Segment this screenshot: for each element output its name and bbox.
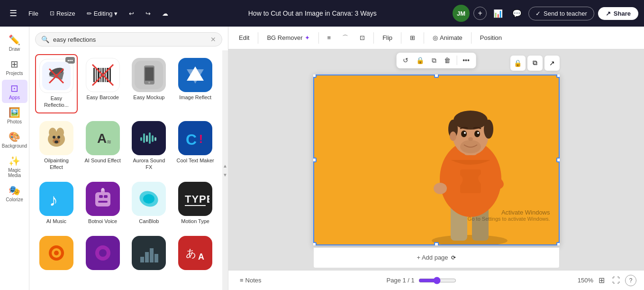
sidebar-item-projects[interactable]: ⊞ Projects — [2, 56, 27, 79]
svg-text:C: C — [186, 131, 197, 148]
handle-bottom-right[interactable] — [556, 242, 560, 245]
sidebar-item-apps[interactable]: ⊡ Apps — [2, 80, 27, 103]
sidebar-label-background: Background — [2, 143, 27, 149]
redo-button[interactable]: ↪ — [142, 8, 154, 19]
lines-button[interactable]: ≡ — [323, 32, 336, 43]
fullscreen-icon: ⛶ — [612, 276, 620, 284]
handle-bottom-left[interactable] — [313, 242, 317, 245]
canvas-expand-button[interactable]: ↗ — [544, 56, 560, 71]
app-item-canblob[interactable]: CanBlob — [128, 178, 171, 228]
app-icon-cool-text: C ! — [178, 121, 212, 155]
svg-text:♪: ♪ — [49, 190, 58, 210]
texture-button[interactable]: ⊞ — [405, 32, 420, 43]
corner-button[interactable]: ⌒ — [337, 32, 353, 44]
editing-button[interactable]: ✏ Editing ▾ — [83, 8, 122, 19]
handle-top-center[interactable] — [434, 75, 439, 78]
more-options-button[interactable]: ••• — [460, 55, 472, 66]
svg-rect-36 — [140, 137, 142, 141]
app-icon-oilpainting — [39, 121, 73, 155]
app-item-aurora-sound[interactable]: Aurora Sound FX — [128, 117, 171, 175]
app-item-easy-mockup[interactable]: Easy Mockup — [128, 54, 171, 113]
search-input[interactable] — [53, 36, 207, 43]
app-item-easy-barcode[interactable]: Easy Barcode — [82, 54, 124, 113]
add-page-icon: ⟳ — [451, 254, 456, 261]
handle-bottom-center[interactable] — [434, 242, 439, 245]
app-item-15[interactable] — [128, 232, 171, 276]
edit-label: Edit — [239, 34, 249, 41]
add-page-button[interactable]: + Add page ⟳ — [313, 247, 560, 268]
send-teacher-check-icon: ✓ — [535, 10, 541, 17]
grid-view-button[interactable]: ⊞ — [596, 274, 607, 286]
hamburger-button[interactable]: ☰ — [6, 6, 21, 20]
svg-text:A: A — [97, 131, 107, 146]
app-item-cool-text[interactable]: C ! Cool Text Maker — [174, 117, 217, 175]
app-label-easy-reflection: Easy Reflectio... — [38, 95, 75, 109]
avatar-button[interactable]: JM — [453, 5, 470, 22]
bg-remover-button[interactable]: BG Remover ✦ — [262, 32, 314, 43]
app-item-oilpainting[interactable]: Oilpainting Effect — [35, 117, 78, 175]
animate-button[interactable]: ◎ Animate — [428, 32, 467, 43]
svg-point-66 — [99, 249, 107, 257]
copy-element-button[interactable]: ⧉ — [429, 55, 439, 66]
position-button[interactable]: Position — [475, 32, 507, 43]
rotate-button[interactable]: ↺ — [400, 55, 411, 66]
app-item-easy-reflection[interactable]: ••• — [35, 54, 78, 113]
add-collaborator-button[interactable]: + — [473, 7, 487, 20]
left-sidebar: ✏️ Draw ⊞ Projects ⊡ Apps 🖼️ Photos 🎨 Ba… — [0, 27, 29, 290]
app-icon-image-reflect — [178, 58, 212, 92]
add-page-label: + Add page — [417, 254, 448, 261]
help-button[interactable]: ? — [625, 275, 636, 286]
scroll-up-arrow[interactable]: ▲ — [221, 161, 228, 170]
send-to-teacher-button[interactable]: ✓ Send to teacher — [528, 7, 594, 20]
cloud-button[interactable]: ☁ — [158, 8, 172, 19]
resize-button[interactable]: ⊡ Resize — [46, 8, 79, 19]
edit-button[interactable]: Edit — [234, 32, 254, 43]
app-item-16[interactable]: あ A — [174, 232, 217, 276]
analytics-button[interactable]: 📊 — [490, 7, 506, 20]
handle-top-right[interactable] — [556, 75, 560, 78]
flip-button[interactable]: Flip — [378, 32, 397, 43]
crop-button[interactable]: ⊡ — [355, 32, 370, 43]
app-label-easy-mockup: Easy Mockup — [133, 94, 164, 101]
handle-middle-right[interactable] — [556, 158, 560, 162]
undo-button[interactable]: ↩ — [125, 8, 138, 19]
sidebar-item-draw[interactable]: ✏️ Draw — [2, 31, 27, 55]
search-clear-button[interactable]: ✕ — [210, 36, 216, 43]
sidebar-item-colorize[interactable]: 🎭 Colorize — [2, 182, 27, 205]
delete-element-button[interactable]: 🗑 — [441, 55, 454, 66]
app-item-botnoi[interactable]: Botnoi Voice — [82, 178, 124, 228]
canvas-copy-button[interactable]: ⧉ — [527, 56, 543, 71]
scroll-down-arrow[interactable]: ▼ — [221, 170, 228, 179]
svg-point-56 — [143, 194, 154, 204]
canvas-lock-button[interactable]: 🔒 — [510, 56, 526, 71]
notes-button[interactable]: ≡ Notes — [236, 275, 265, 286]
sidebar-item-photos[interactable]: 🖼️ Photos — [2, 104, 27, 127]
secondary-toolbar: Edit BG Remover ✦ ≡ ⌒ ⊡ Flip ⊞ — [228, 27, 644, 49]
svg-rect-48 — [95, 192, 110, 206]
status-center: Page 1 / 1 — [387, 277, 456, 284]
app-item-13[interactable] — [35, 232, 78, 276]
handle-top-left[interactable] — [313, 75, 317, 78]
app-item-ai-sound[interactable]: A ≋ AI Sound Effect — [82, 117, 124, 175]
zoom-slider[interactable] — [418, 277, 456, 284]
file-button[interactable]: File — [25, 8, 42, 19]
projects-icon: ⊞ — [10, 58, 18, 70]
sidebar-item-background[interactable]: 🎨 Background — [2, 128, 27, 151]
resize-icon: ⊡ — [50, 10, 54, 17]
sidebar-item-magic-media[interactable]: ✨ Magic Media — [2, 152, 27, 181]
share-button[interactable]: ↗ Share — [598, 7, 638, 20]
fullscreen-button[interactable]: ⛶ — [610, 275, 622, 286]
activate-windows-notice: Activate Windows Go to Settings to activ… — [468, 209, 550, 222]
content-row: ✏️ Draw ⊞ Projects ⊡ Apps 🖼️ Photos 🎨 Ba… — [0, 27, 644, 290]
lock-element-button[interactable]: 🔒 — [413, 55, 427, 66]
svg-rect-71 — [154, 254, 158, 262]
app-item-14[interactable] — [82, 232, 124, 276]
pencil-icon: ✏ — [87, 10, 92, 17]
app-icon-easy-mockup — [132, 58, 166, 92]
app-item-image-reflect[interactable]: Image Reflect — [174, 54, 217, 113]
app-item-ai-music[interactable]: ♪ AI Music — [35, 178, 78, 228]
app-item-motion-type[interactable]: TYPE Motion Type — [174, 178, 217, 228]
handle-middle-left[interactable] — [313, 158, 317, 162]
hamburger-icon: ☰ — [9, 9, 17, 18]
comments-button[interactable]: 💬 — [509, 7, 525, 20]
